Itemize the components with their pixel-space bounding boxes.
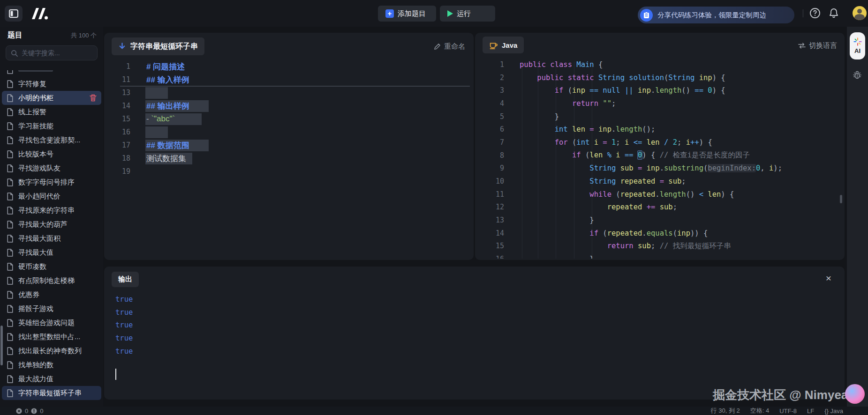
run-button[interactable]: 运行 — [440, 6, 495, 22]
clipboard-icon — [640, 9, 653, 22]
code-line[interactable]: 9 String sub = inp.substring(beginIndex:… — [475, 162, 845, 175]
code-line[interactable]: 4 return ""; — [475, 97, 845, 110]
rename-button[interactable]: 重命名 — [434, 42, 465, 51]
md-line[interactable]: 16 — [104, 126, 474, 139]
code-line[interactable]: 3 if (inp == null || inp.length() == 0) … — [475, 84, 845, 97]
code-line[interactable]: 14 if (repeated.equals(inp)) { — [475, 227, 845, 240]
avatar[interactable] — [853, 6, 867, 20]
code-line[interactable]: 13 } — [475, 214, 845, 227]
code-line[interactable]: 1public class Main { — [475, 58, 845, 71]
eol-setting[interactable]: LF — [807, 408, 814, 415]
sidebar-item[interactable]: 线上报警 — [2, 105, 101, 119]
md-line[interactable]: 1# 问题描述 — [104, 60, 474, 73]
code-line[interactable]: 2 public static String solution(String i… — [475, 71, 845, 84]
trash-icon[interactable] — [90, 94, 97, 102]
output-panel: 输出 × truetruetruetruetrue — [104, 267, 845, 400]
document-icon — [7, 136, 14, 144]
app-logo[interactable] — [28, 6, 50, 21]
search-box[interactable] — [6, 45, 98, 60]
sidebar-item[interactable]: 字符串最短循环子串 — [2, 386, 101, 400]
switch-language-button[interactable]: 切换语言 — [798, 41, 837, 50]
promo-banner[interactable]: 分享代码练习体验，领限量定制周边 — [638, 7, 794, 23]
md-line[interactable]: 17## 数据范围 — [104, 139, 474, 152]
sidebar-item[interactable]: 硬币凑数 — [2, 259, 101, 274]
output-console[interactable]: truetruetruetruetrue — [115, 293, 133, 357]
sidebar-item[interactable]: 最小趋同代价 — [2, 189, 101, 203]
pencil-icon — [434, 43, 441, 50]
sidebar-item[interactable]: 找出整型数组中占... — [2, 330, 101, 344]
md-line[interactable]: 18测试数据集 — [104, 152, 474, 165]
language-tab[interactable]: Java — [483, 37, 524, 53]
sidebar-item[interactable]: 寻找原来的字符串 — [2, 203, 101, 217]
sidebar-item-label: 有点限制地走楼梯 — [18, 276, 75, 285]
close-icon[interactable]: × — [826, 273, 831, 283]
status-bar: 0 0 行 30, 列 2 空格: 4 UTF-8 LF {} Java — [0, 407, 868, 415]
code-line[interactable]: 15 return sub; // 找到最短循环子串 — [475, 240, 845, 253]
search-input[interactable] — [22, 49, 92, 57]
code-line[interactable]: 10 String repeated = sub; — [475, 175, 845, 188]
encoding[interactable]: UTF-8 — [779, 408, 797, 415]
sidebar-item[interactable]: 寻找最大值 — [2, 245, 101, 259]
md-line[interactable]: 13 — [104, 86, 474, 99]
ai-assistant-button[interactable]: AI — [850, 32, 865, 59]
bell-icon[interactable] — [828, 7, 839, 19]
line-number: 14 — [475, 229, 504, 237]
error-count[interactable]: 0 — [25, 408, 28, 415]
problem-title-tab[interactable]: 字符串最短循环子串 — [112, 37, 204, 55]
sidebar-item[interactable]: 寻找游戏队友 — [2, 161, 101, 175]
line-number: 7 — [475, 138, 504, 147]
code-scrollbar[interactable] — [840, 195, 842, 203]
sidebar-item-label: 找单独的数 — [18, 361, 53, 370]
code-editor[interactable]: 1public class Main {2 public static Stri… — [475, 58, 845, 259]
sidebar-item[interactable]: 摇骰子游戏 — [2, 302, 101, 316]
warning-count[interactable]: 0 — [40, 408, 43, 415]
markdown-editor[interactable]: 1# 问题描述11## 输入样例1314## 输出样例15- `"abc"`16… — [104, 60, 474, 257]
line-number: 5 — [475, 112, 504, 121]
code-line[interactable]: 6 int len = inp.length(); — [475, 123, 845, 136]
line-number: 13 — [475, 216, 504, 224]
sidebar-item[interactable]: 小明的书柜 — [2, 91, 101, 105]
right-rail: AI — [847, 27, 868, 407]
sidebar-item[interactable]: 字符修复 — [2, 77, 101, 91]
md-line[interactable]: 14## 输出样例 — [104, 99, 474, 112]
code-line[interactable]: 16 } — [475, 252, 845, 259]
sidebar-item[interactable] — [2, 70, 101, 77]
sidebar-item[interactable]: 最大战力值 — [2, 372, 101, 386]
md-line[interactable]: 19 — [104, 165, 474, 178]
line-number: 12 — [475, 203, 504, 211]
sidebar-toggle-button[interactable] — [5, 6, 23, 22]
sidebar-item[interactable]: 寻找包含斐波那契... — [2, 133, 101, 147]
code-line[interactable]: 11 while (repeated.length() < len) { — [475, 188, 845, 201]
line-number: 1 — [475, 60, 504, 69]
debug-bug-icon[interactable] — [852, 70, 862, 80]
help-icon[interactable] — [809, 7, 821, 19]
add-problem-button[interactable]: + 添加题目 — [378, 6, 436, 22]
sidebar-item[interactable]: 寻找最大面积 — [2, 231, 101, 245]
line-number: 19 — [104, 167, 130, 176]
document-icon — [7, 347, 14, 355]
sidebar-item[interactable]: 有点限制地走楼梯 — [2, 274, 101, 288]
md-line[interactable]: 11## 输入样例 — [104, 73, 474, 86]
indent-setting[interactable]: 空格: 4 — [750, 407, 769, 415]
cursor-position[interactable]: 行 30, 列 2 — [711, 407, 740, 415]
sidebar-item[interactable]: 学习新技能 — [2, 119, 101, 133]
code-line[interactable]: 5 } — [475, 110, 845, 123]
add-problem-label: 添加题目 — [398, 9, 426, 18]
language-mode[interactable]: {} Java — [824, 408, 843, 415]
code-line[interactable]: 12 repeated += sub; — [475, 201, 845, 214]
document-icon — [7, 319, 14, 327]
sidebar-item[interactable]: 数字字母问号排序 — [2, 175, 101, 189]
language-tab-label: Java — [502, 41, 517, 49]
ai-label: AI — [854, 47, 860, 54]
code-line[interactable]: 8 if (len % i == 0) { // 检查i是否是长度的因子 — [475, 149, 845, 162]
sidebar-item[interactable]: 优惠券 — [2, 288, 101, 302]
sidebar-item[interactable]: 找单独的数 — [2, 358, 101, 372]
sidebar-item[interactable]: 寻找最大的葫芦 — [2, 217, 101, 231]
sidebar-item[interactable]: 比较版本号 — [2, 147, 101, 161]
code-line[interactable]: 7 for (int i = 1; i <= len / 2; i++) { — [475, 136, 845, 149]
sidebar-scrollbar[interactable] — [0, 326, 3, 365]
sidebar-item[interactable]: 英雄组合游戏问题 — [2, 316, 101, 330]
md-line[interactable]: 15- `"abc"` — [104, 112, 474, 126]
sidebar-item[interactable]: 找出最长的神奇数列 — [2, 344, 101, 358]
output-tab[interactable]: 输出 — [112, 272, 139, 287]
